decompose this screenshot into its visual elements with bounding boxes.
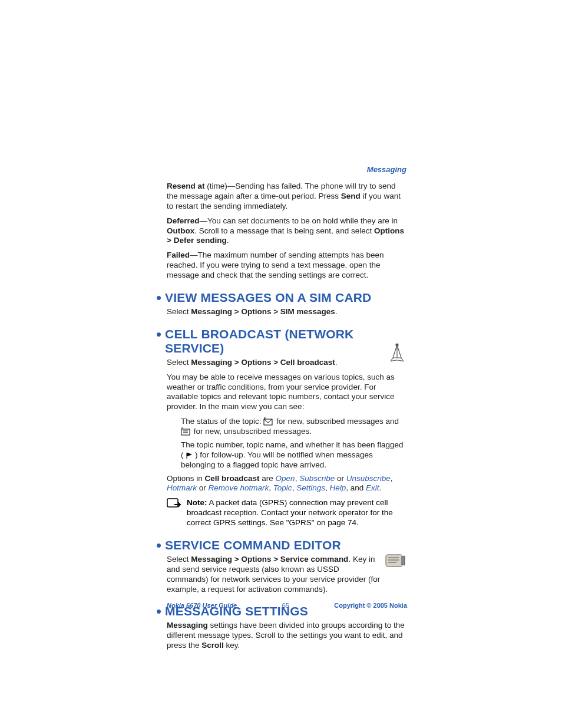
section-cb-title: CELL BROADCAST (NETWORK SERVICE) — [165, 327, 407, 355]
bullet-icon: • — [156, 604, 161, 619]
para-resend: Resend at (time)—Sending has failed. The… — [167, 182, 407, 212]
bullet-icon: • — [156, 327, 161, 342]
link-remove-hotmark[interactable]: Remove hotmark — [209, 483, 269, 492]
page-footer: Nokia 6670 User Guide 65 Copyright © 200… — [167, 602, 407, 609]
section-sim-head: • VIEW MESSAGES ON A SIM CARD — [156, 289, 407, 305]
svg-rect-5 — [167, 499, 178, 507]
svg-rect-2 — [181, 429, 190, 435]
para-failed: Failed—The maximum number of sending att… — [167, 251, 407, 281]
bullet-icon: • — [156, 538, 161, 553]
flag-icon — [186, 450, 195, 459]
cell-broadcast-antenna-icon — [387, 341, 407, 367]
link-settings[interactable]: Settings — [296, 483, 325, 492]
page-body: Resend at (time)—Sending has failed. The… — [167, 165, 407, 655]
link-topic[interactable]: Topic — [273, 483, 292, 492]
sc-body: Select Messaging > Options > Service com… — [167, 555, 407, 595]
section-sim-title: VIEW MESSAGES ON A SIM CARD — [165, 291, 371, 305]
link-exit[interactable]: Exit — [366, 483, 379, 492]
svg-point-0 — [396, 344, 398, 346]
ms-body: Messaging settings have been divided int… — [167, 621, 407, 651]
cb-intro: You may be able to receive messages on v… — [167, 373, 407, 413]
bullet-icon: • — [156, 290, 161, 305]
link-unsubscribe[interactable]: Unsubscribe — [346, 474, 391, 483]
cb-select: Select Messaging > Options > Cell broadc… — [167, 358, 407, 368]
para-deferred: Deferred—You can set documents to be on … — [167, 216, 407, 246]
cb-list-status: The status of the topic: for new, subscr… — [181, 417, 407, 437]
new-subscribed-icon — [263, 417, 276, 426]
svg-rect-6 — [386, 555, 402, 566]
sim-select: Select Messaging > Options > SIM message… — [167, 307, 407, 317]
cb-options: Options in Cell broadcast are Open, Subs… — [167, 474, 407, 494]
link-subscribe[interactable]: Subscribe — [299, 474, 335, 483]
service-command-icon — [385, 552, 407, 572]
section-cb-head: • CELL BROADCAST (NETWORK SERVICE) — [156, 325, 407, 355]
footer-copyright: Copyright © 2005 Nokia — [334, 602, 407, 609]
new-unsubscribed-icon — [181, 427, 194, 436]
footer-page-number: 65 — [282, 602, 289, 609]
link-hotmark[interactable]: Hotmark — [167, 483, 197, 492]
section-sc-title: SERVICE COMMAND EDITOR — [165, 538, 341, 552]
note-icon — [167, 498, 187, 528]
link-help[interactable]: Help — [329, 483, 346, 492]
cb-list-flag: The topic number, topic name, and whethe… — [181, 440, 407, 470]
note-text: Note: A packet data (GPRS) connection ma… — [187, 498, 407, 528]
link-open[interactable]: Open — [276, 474, 295, 483]
footer-guide-name: Nokia 6670 User Guide — [167, 602, 237, 609]
note-row: Note: A packet data (GPRS) connection ma… — [167, 498, 407, 528]
section-sc-head: • SERVICE COMMAND EDITOR — [156, 536, 407, 552]
